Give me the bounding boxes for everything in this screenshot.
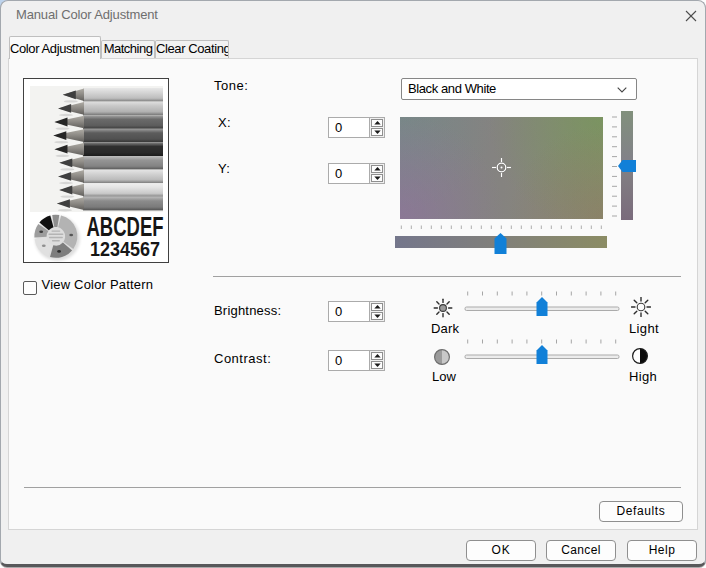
x-label: X: — [218, 115, 231, 130]
help-button[interactable]: Help — [627, 540, 697, 561]
map-vslider[interactable] — [609, 107, 639, 226]
separator-2 — [24, 487, 681, 488]
title-text: Manual Color Adjustment — [16, 7, 158, 23]
light-icon — [631, 297, 651, 320]
contrast-label: Contrast: — [214, 351, 271, 366]
x-input[interactable]: 0 — [328, 117, 385, 138]
low-label: Low — [432, 369, 456, 384]
defaults-button[interactable]: Defaults — [599, 501, 683, 522]
tab-clear-coating[interactable]: Clear Coating — [155, 40, 229, 59]
y-label: Y: — [218, 161, 230, 176]
tone-label: Tone: — [214, 78, 248, 93]
dialog: Manual Color Adjustment Color Adjustment… — [0, 0, 706, 567]
separator-1 — [213, 276, 681, 277]
tone-select[interactable]: Black and White — [401, 78, 637, 100]
brightness-input[interactable]: 0 — [328, 301, 385, 322]
color-map[interactable] — [400, 117, 603, 222]
dark-icon — [433, 298, 453, 321]
y-input[interactable]: 0 — [328, 163, 385, 184]
view-color-pattern-label: View Color Pattern — [42, 277, 154, 292]
cancel-button[interactable]: Cancel — [546, 540, 616, 561]
contrast-slider[interactable] — [461, 337, 623, 370]
tab-color-adjustment[interactable]: Color Adjustment — [9, 36, 101, 59]
manual-color-adjustment: Manual Color Adjustment Color Adjustment… — [0, 0, 706, 568]
brightness-label: Brightness: — [214, 303, 281, 318]
preview-box: ABCDEF1234567 — [23, 78, 169, 263]
svg-text:1234567: 1234567 — [90, 237, 160, 260]
brightness-slider[interactable] — [461, 289, 623, 322]
contrast-input[interactable]: 0 — [328, 350, 385, 371]
ok-button[interactable]: OK — [466, 540, 536, 561]
map-hslider[interactable] — [391, 223, 611, 260]
dark-label: Dark — [431, 321, 459, 336]
high-label: High — [629, 369, 657, 384]
tab-matching[interactable]: Matching — [101, 40, 155, 59]
high-icon — [630, 346, 650, 369]
light-label: Light — [629, 321, 659, 336]
low-icon — [432, 347, 452, 370]
view-color-pattern-checkbox[interactable] — [23, 281, 37, 295]
close-button[interactable] — [684, 9, 698, 23]
